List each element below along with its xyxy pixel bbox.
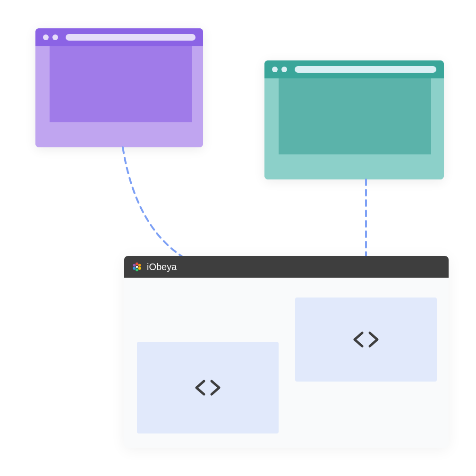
code-icon bbox=[193, 376, 223, 399]
content-shape bbox=[279, 78, 431, 154]
iobeya-header: iObeya bbox=[124, 256, 449, 278]
browser-control-dot bbox=[43, 34, 49, 40]
svg-point-0 bbox=[136, 263, 138, 265]
svg-point-5 bbox=[133, 264, 136, 267]
svg-point-1 bbox=[138, 264, 141, 267]
browser-window-teal bbox=[264, 60, 444, 179]
iobeya-body bbox=[124, 278, 449, 448]
iobeya-panel: iObeya bbox=[124, 256, 449, 448]
browser-content bbox=[35, 46, 203, 147]
browser-header bbox=[35, 28, 203, 46]
iobeya-logo-icon bbox=[132, 262, 142, 272]
svg-point-3 bbox=[136, 268, 138, 271]
browser-content bbox=[264, 78, 444, 179]
svg-point-6 bbox=[136, 266, 138, 268]
embed-card bbox=[137, 342, 279, 434]
browser-control-dot bbox=[281, 67, 287, 72]
svg-point-2 bbox=[138, 267, 141, 270]
browser-control-dot bbox=[52, 34, 58, 40]
browser-url-bar bbox=[66, 34, 196, 41]
code-icon bbox=[351, 328, 381, 351]
content-shape bbox=[50, 46, 192, 122]
browser-url-bar bbox=[295, 66, 436, 73]
browser-header bbox=[264, 60, 444, 78]
browser-control-dot bbox=[272, 67, 278, 72]
browser-window-purple bbox=[35, 28, 203, 147]
embed-card bbox=[295, 298, 437, 382]
iobeya-title: iObeya bbox=[147, 262, 177, 272]
svg-point-4 bbox=[133, 267, 136, 270]
